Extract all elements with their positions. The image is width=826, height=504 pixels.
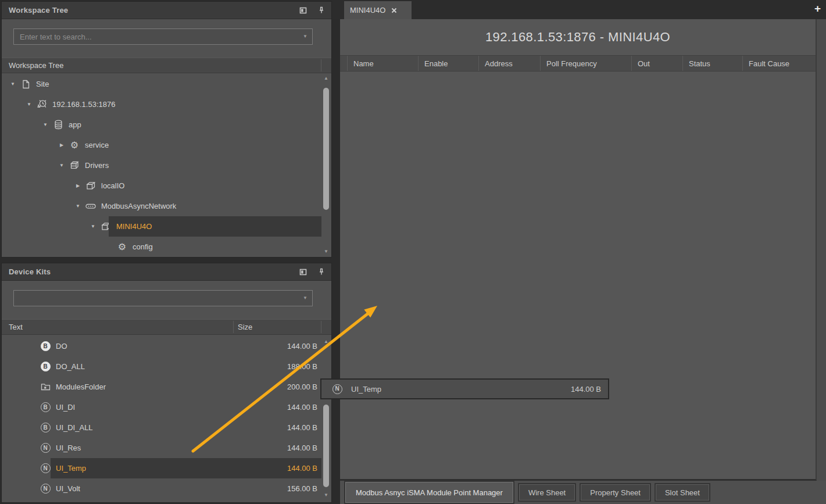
tree-item-label: localIO	[99, 181, 124, 190]
tree-item-modbusasyncnetwork[interactable]: ▼ ModbusAsyncNetwork	[2, 196, 331, 216]
table-header-selector-column	[340, 56, 347, 71]
tree-item-drivers[interactable]: ▼ Drivers	[2, 155, 331, 176]
pin-icon[interactable]	[319, 268, 324, 276]
drag-ghost-ui-temp: N UI_Temp 144.00 B	[320, 378, 609, 399]
kit-item-size: 144.00 B	[287, 342, 317, 351]
tree-item-device-192-168-1-53[interactable]: ▼ 192.168.1.53:1876	[2, 94, 331, 115]
chevron-down-icon[interactable]: ▼	[303, 34, 307, 39]
expander-closed-icon[interactable]: ▶	[74, 184, 82, 188]
letter-b-outline-icon: B	[38, 402, 52, 412]
kit-item-label: UI_DI	[54, 403, 75, 412]
kit-item-label: ModulesFolder	[54, 383, 106, 391]
expander-open-icon[interactable]: ▼	[74, 204, 82, 209]
tree-item-label: service	[83, 141, 109, 149]
letter-n-outline-icon: N	[330, 384, 344, 394]
scroll-down-icon[interactable]: ▼	[321, 493, 331, 498]
expander-closed-icon[interactable]: ▶	[58, 143, 66, 148]
table-header-poll-frequency[interactable]: Poll Frequency	[540, 56, 631, 71]
device-kits-scrollbar[interactable]: ▲ ▼	[321, 335, 331, 502]
pin-icon[interactable]	[319, 6, 324, 14]
device-kits-filter-dropdown[interactable]	[13, 290, 313, 306]
dock-restore-icon[interactable]	[299, 7, 307, 14]
add-tab-button[interactable]: +	[814, 3, 821, 14]
kit-item-size: 156.00 B	[287, 484, 317, 493]
close-icon[interactable]	[391, 8, 397, 13]
device-kits-panel: Device Kits ▼ Text Size B DO 144.00 B B	[1, 263, 332, 503]
kit-item-ui-volt[interactable]: N UI_Volt 156.00 B	[2, 478, 331, 499]
column-header-size[interactable]: Size	[233, 323, 252, 331]
drag-ghost-size: 144.00 B	[571, 385, 601, 394]
expander-open-icon[interactable]: ▼	[58, 163, 66, 168]
scroll-down-icon[interactable]: ▼	[321, 249, 331, 254]
kit-item-do[interactable]: B DO 144.00 B	[2, 336, 331, 356]
workspace-tree-scrollbar[interactable]: ▲ ▼	[321, 73, 331, 257]
workspace-panel-titlebar: Workspace Tree	[2, 2, 331, 19]
kit-item-label: UI_Volt	[54, 484, 80, 493]
table-header-out[interactable]: Out	[631, 56, 682, 71]
expander-open-icon[interactable]: ▼	[89, 224, 97, 229]
tab-mini4u4o[interactable]: MINI4U4O	[344, 1, 412, 19]
letter-n-outline-icon: N	[38, 484, 52, 494]
tree-item-label: Site	[34, 80, 49, 88]
expander-open-icon[interactable]: ▼	[9, 82, 17, 87]
kit-item-ui-di-all[interactable]: B UI_DI_ALL 144.00 B	[2, 417, 331, 438]
drivers-icon	[67, 161, 81, 170]
kit-item-modulesfolder[interactable]: ModulesFolder 200.00 B	[2, 377, 331, 397]
tree-item-mini4u4o[interactable]: ▼ MINI4U4O	[2, 216, 331, 237]
column-separator	[321, 59, 321, 72]
column-separator[interactable]	[233, 321, 234, 333]
workspace-search-input[interactable]	[13, 28, 313, 45]
table-header-status[interactable]: Status	[682, 56, 742, 71]
scrollbar-thumb[interactable]	[323, 88, 329, 210]
gear-icon: ⚙	[67, 141, 81, 150]
document-icon	[19, 80, 33, 89]
tab-wire-sheet[interactable]: Wire Sheet	[519, 484, 575, 501]
kit-item-ui-di[interactable]: B UI_DI 144.00 B	[2, 397, 331, 417]
table-header-fault-cause[interactable]: Fault Cause	[742, 56, 816, 71]
kit-item-size: 200.00 B	[287, 383, 317, 391]
device-kits-title: Device Kits	[9, 267, 51, 276]
letter-b-filled-icon: B	[38, 341, 52, 351]
scroll-up-icon[interactable]: ▲	[321, 76, 331, 81]
tree-item-app[interactable]: ▼ app	[2, 115, 331, 135]
tree-item-config[interactable]: ⚙ config	[2, 237, 331, 257]
table-header-enable[interactable]: Enable	[418, 56, 478, 71]
tree-item-label: app	[67, 120, 81, 129]
device-view-title: 192.168.1.53:1876 - MINI4U4O	[340, 19, 816, 55]
column-header-label: Workspace Tree	[2, 61, 63, 70]
drag-ghost-label: UI_Temp	[351, 385, 381, 394]
expander-open-icon[interactable]: ▼	[25, 102, 33, 107]
tree-item-label: config	[131, 242, 153, 251]
expander-open-icon[interactable]: ▼	[41, 123, 49, 127]
column-header-text[interactable]: Text	[2, 323, 233, 331]
tree-item-service[interactable]: ▶ ⚙ service	[2, 135, 331, 155]
kit-item-size: 144.00 B	[287, 423, 317, 432]
workspace-search-row: ▼	[2, 19, 331, 58]
tree-item-localio[interactable]: ▶ localIO	[2, 176, 331, 196]
kit-item-size: 188.00 B	[287, 362, 317, 371]
tab-property-sheet[interactable]: Property Sheet	[581, 484, 650, 501]
workspace-tree: ▼ Site ▼ 192.168.1.53:1876 ▼	[2, 73, 331, 257]
chevron-down-icon[interactable]: ▼	[303, 296, 307, 301]
tab-label: MINI4U4O	[350, 6, 385, 15]
network-connector-icon	[84, 203, 98, 209]
kit-item-do-all[interactable]: B DO_ALL 188.00 B	[2, 356, 331, 377]
tree-item-label: 192.168.1.53:1876	[51, 100, 115, 109]
workspace-tree-column-header[interactable]: Workspace Tree	[2, 58, 331, 73]
scroll-up-icon[interactable]: ▲	[321, 339, 331, 344]
table-header-name[interactable]: Name	[347, 56, 418, 71]
kit-item-size: 144.00 B	[287, 444, 317, 452]
kit-item-ui-temp[interactable]: N UI_Temp 144.00 B	[2, 458, 331, 478]
table-header-address[interactable]: Address	[478, 56, 540, 71]
tree-item-label: ModbusAsyncNetwork	[99, 202, 176, 210]
scrollbar-thumb[interactable]	[323, 405, 329, 487]
tab-modbus-point-manager[interactable]: Modbus Asnyc iSMA Module Point Manager	[345, 482, 513, 503]
dock-restore-icon[interactable]	[299, 269, 307, 276]
tree-item-site[interactable]: ▼ Site	[2, 74, 331, 94]
folder-icon	[38, 383, 52, 391]
tab-slot-sheet[interactable]: Slot Sheet	[656, 484, 709, 501]
kit-item-label: DO	[54, 342, 67, 351]
column-separator	[321, 321, 321, 333]
kit-item-size: 144.00 B	[287, 403, 317, 412]
kit-item-ui-res[interactable]: N UI_Res 144.00 B	[2, 438, 331, 458]
